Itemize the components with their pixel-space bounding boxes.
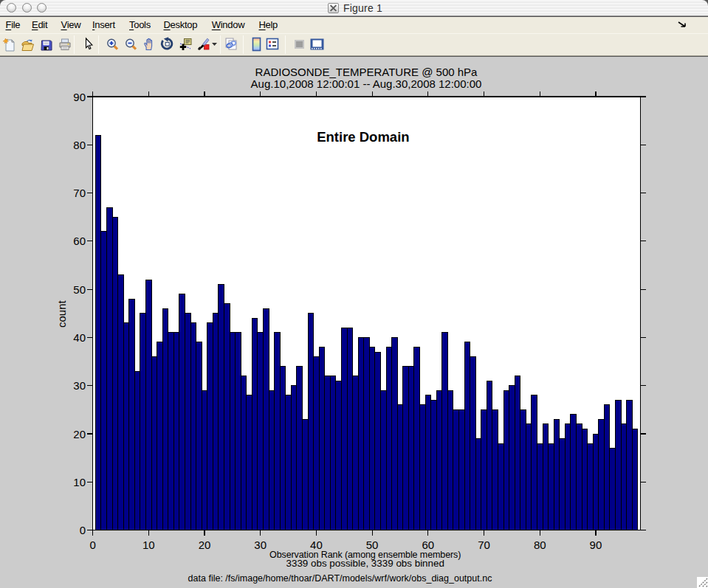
svg-text:10: 10 <box>142 539 155 551</box>
svg-text:0: 0 <box>89 539 95 551</box>
svg-text:80: 80 <box>534 539 546 551</box>
svg-text:70: 70 <box>478 539 490 551</box>
svg-text:90: 90 <box>73 91 86 103</box>
svg-text:70: 70 <box>73 187 86 199</box>
svg-text:30: 30 <box>73 379 86 392</box>
svg-text:30: 30 <box>254 539 267 551</box>
svg-text:Entire Domain: Entire Domain <box>317 129 409 145</box>
svg-text:50: 50 <box>73 283 86 296</box>
svg-text:0: 0 <box>80 524 86 536</box>
svg-text:90: 90 <box>590 539 602 551</box>
svg-text:count: count <box>55 300 68 328</box>
svg-text:20: 20 <box>73 428 86 440</box>
svg-text:RADIOSONDE_TEMPERATURE @ 500 h: RADIOSONDE_TEMPERATURE @ 500 hPa <box>255 66 478 78</box>
svg-text:60: 60 <box>73 235 86 247</box>
svg-text:10: 10 <box>73 476 86 488</box>
svg-text:3339 obs possible, 3339 obs bi: 3339 obs possible, 3339 obs binned <box>286 558 444 569</box>
svg-text:Aug.10,2008 12:00:01 -- Aug.30: Aug.10,2008 12:00:01 -- Aug.30,2008 12:0… <box>251 77 482 90</box>
svg-text:20: 20 <box>199 539 211 551</box>
svg-text:40: 40 <box>73 331 86 344</box>
svg-text:80: 80 <box>73 139 86 151</box>
svg-text:data file: /fs/image/home/thoa: data file: /fs/image/home/thoar/DART/mod… <box>188 573 492 584</box>
